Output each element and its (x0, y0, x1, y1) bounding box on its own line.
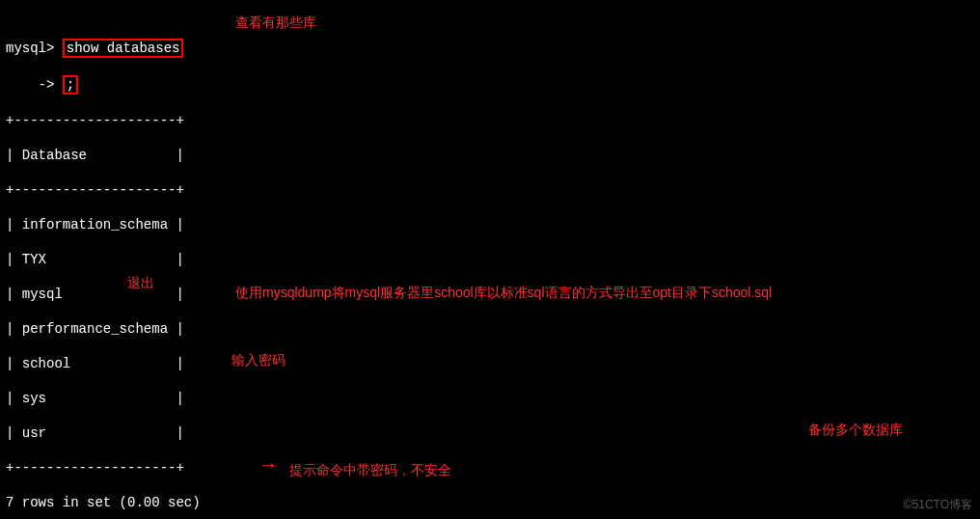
mysql-prompt: mysql> (6, 41, 63, 56)
annotation-backup-multiple: 备份多个数据库 (808, 421, 903, 438)
table-separator: +--------------------+ (6, 459, 974, 477)
db-row: | information_schema | (6, 216, 974, 233)
table-separator: +--------------------+ (6, 181, 974, 199)
table-separator: +--------------------+ (6, 112, 974, 129)
db-row: | sys | (6, 390, 974, 407)
table-header: | Database | (6, 147, 974, 164)
annotation-show-databases: 查看有那些库 (235, 14, 316, 31)
highlight-box-show-databases: show databases (63, 39, 184, 58)
annotation-quit: 退出 (127, 274, 154, 291)
highlight-box-semicolon: ; (63, 75, 78, 95)
annotation-enter-password: 输入密码 (231, 351, 286, 369)
rows-in-set: 7 rows in set (0.00 sec) (6, 494, 974, 511)
terminal-window[interactable]: mysql> show databases -> ; +------------… (0, 0, 980, 519)
db-row: | TYX | (6, 251, 974, 268)
db-row: | performance_schema | (6, 320, 974, 338)
mysql-prompt-line-2: -> ; (6, 75, 974, 95)
annotation-mysqldump: 使用mysqldump将mysql服务器里school库以标准sql语言的方式导… (235, 284, 772, 301)
db-row: | school | (6, 355, 974, 372)
mysql-prompt-line-1: mysql> show databases (6, 39, 974, 58)
arrow-icon: → (262, 457, 274, 475)
annotation-warning: 提示命令中带密码，不安全 (289, 461, 451, 478)
watermark: ©51CTO博客 (904, 496, 972, 513)
